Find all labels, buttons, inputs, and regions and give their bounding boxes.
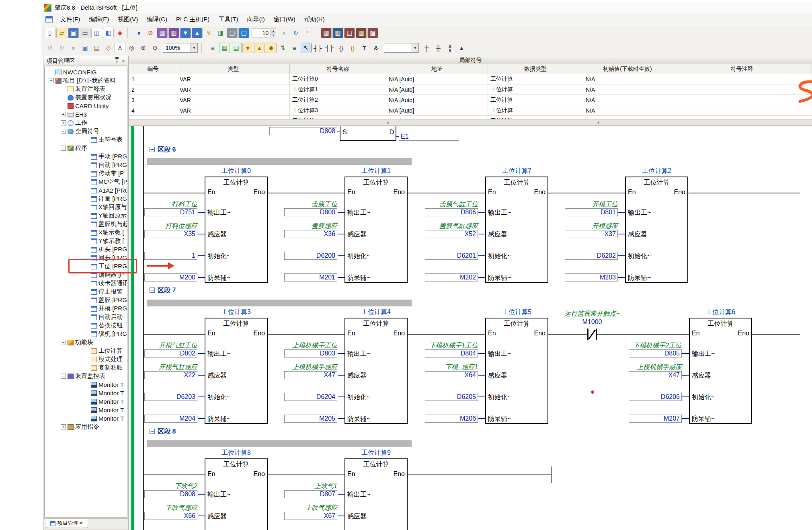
operand-box[interactable]: X35 <box>144 230 197 238</box>
tree-item-35[interactable]: 复制粘贴 <box>45 364 127 372</box>
menu-item-2[interactable]: 视图(V) <box>113 14 142 25</box>
expand-toggle-icon[interactable]: − <box>49 78 54 83</box>
contact-operand[interactable]: M1000 <box>564 318 620 326</box>
block-instance-name[interactable]: 工位计算7 <box>469 167 564 175</box>
window-layout-1-icon[interactable]: ◫ <box>91 28 102 38</box>
tree-item-17[interactable]: Y轴回原示 <box>45 212 127 220</box>
operand-box[interactable]: D802 <box>144 349 197 357</box>
online-monitor-icon[interactable]: ↯ <box>203 28 214 38</box>
list-order-icon[interactable]: ≡ <box>289 43 300 53</box>
section-collapse-toggle[interactable]: − <box>150 429 155 434</box>
tree-item-38[interactable]: Monitor T <box>45 389 127 397</box>
chevron-down-icon[interactable]: ▼ <box>412 43 418 52</box>
download-program-icon[interactable]: ▼ <box>180 28 191 38</box>
tree-item-34[interactable]: 模式处理 <box>45 355 127 364</box>
tree-item-2[interactable]: 装置注释表 <box>45 85 127 93</box>
export-1-icon[interactable]: ▼ <box>242 43 253 53</box>
tree-item-32[interactable]: −功能块 <box>45 338 127 347</box>
operand-box[interactable]: D6205 <box>425 393 478 401</box>
operand-box[interactable]: M204 <box>144 415 197 423</box>
ladder-view-icon[interactable]: ≡ <box>207 43 218 53</box>
format-brush-icon[interactable]: ◆ <box>115 28 125 38</box>
operand-box[interactable]: D807 <box>284 490 337 498</box>
section-comment-bar[interactable] <box>147 300 412 306</box>
operand-box[interactable]: X37 <box>565 230 618 238</box>
zoom-out-icon[interactable]: ⊖ <box>150 43 160 53</box>
expand-toggle-icon[interactable]: + <box>61 112 66 117</box>
block-instance-name[interactable]: 工位计算3 <box>189 308 284 316</box>
table-scrollbar[interactable]: ▲ ▲ <box>129 119 812 126</box>
expand-toggle-icon[interactable]: − <box>61 129 66 134</box>
operand-box[interactable]: E1 <box>399 133 459 141</box>
check-wand-icon[interactable]: * <box>302 28 313 38</box>
tree-item-39[interactable]: Monitor T <box>45 397 127 406</box>
expand-toggle-icon[interactable]: + <box>61 120 66 125</box>
operand-box[interactable]: D6201 <box>425 252 478 260</box>
menu-item-4[interactable]: PLC 主机(P) <box>172 14 214 25</box>
new-file-icon[interactable]: ▯ <box>45 28 55 38</box>
window-layout-2-icon[interactable]: ◧ <box>103 28 114 38</box>
section-collapse-toggle[interactable]: − <box>150 288 155 293</box>
operand-box[interactable]: X47 <box>284 371 337 379</box>
paste-icon[interactable]: ▤ <box>91 43 102 53</box>
operand-box[interactable]: D805 <box>629 349 682 357</box>
device-monitor-icon[interactable]: ◨ <box>215 28 226 38</box>
undo-icon[interactable]: ↺ <box>45 43 55 53</box>
block-instance-name[interactable]: 工位计算2 <box>609 167 704 175</box>
block-instance-name[interactable]: 工位计算1 <box>328 167 424 175</box>
export-2-icon[interactable]: ▲ <box>254 43 265 53</box>
ladder-editor[interactable]: D808SDE1−区段 6工位计算EnEno工位计算0输出工~D751打料工位感… <box>129 126 812 530</box>
tree-item-18[interactable]: 盖膜机与起 <box>45 220 127 228</box>
operand-box[interactable]: D6204 <box>284 393 337 401</box>
delete-icon[interactable]: ◇ <box>103 43 114 53</box>
tree-item-16[interactable]: X轴回原与 <box>45 203 127 212</box>
operand-box[interactable]: X36 <box>284 230 337 238</box>
table-view-4-icon[interactable]: ▦ <box>356 28 367 38</box>
tree-item-26[interactable]: 停止报警 <box>45 288 127 296</box>
block-tool-icon[interactable]: {} <box>347 43 358 53</box>
operand-box[interactable]: 1 <box>144 252 197 260</box>
operand-box[interactable]: M200 <box>144 273 197 281</box>
tree-item-27[interactable]: 盖膜 [PRG <box>45 296 127 304</box>
menu-item-6[interactable]: 向导(I) <box>242 14 269 25</box>
plc-transfer-1-icon[interactable]: ▦ <box>157 28 168 38</box>
operand-box[interactable]: X66 <box>144 512 197 520</box>
column-header[interactable]: 地址 <box>386 64 488 74</box>
find-replace-icon[interactable]: ◎ <box>126 43 137 53</box>
tree-item-21[interactable]: 机头 [PRG <box>45 245 127 254</box>
tree-item-29[interactable]: 自动启动 <box>45 313 127 321</box>
tree-item-28[interactable]: 开模 [PRG <box>45 304 127 313</box>
tree-item-4[interactable]: CARD Utility <box>45 102 127 110</box>
add-network-icon[interactable]: ╬ <box>445 43 455 53</box>
operand-box[interactable]: D6206 <box>629 393 682 401</box>
and-tool-icon[interactable]: & <box>371 43 381 53</box>
simulator-stop-icon[interactable]: ⊘ <box>145 28 156 38</box>
tree-item-10[interactable]: 手动 [PRG <box>45 152 127 161</box>
redo-icon[interactable]: ↻ <box>56 43 67 53</box>
tree-item-5[interactable]: +EH3 <box>45 110 127 119</box>
operand-box[interactable]: D804 <box>425 349 478 357</box>
panel-tab-project[interactable]: 项目管理区 <box>46 519 88 528</box>
symbol-row[interactable]: 3VAR工位计算2N/A [Auto]工位计算N/A <box>129 95 812 105</box>
goto-top-icon[interactable]: ▲ <box>456 43 467 53</box>
tree-item-0[interactable]: NWCONFIG <box>45 68 127 76</box>
operand-box[interactable]: D751 <box>144 208 197 216</box>
operand-box[interactable]: D6202 <box>565 252 618 260</box>
parallel-contact-tool-icon[interactable]: ╡╞ <box>324 43 335 53</box>
row-count-input[interactable]: 10 <box>252 29 270 37</box>
menu-item-1[interactable]: 编辑(E) <box>84 14 113 25</box>
monitor-table-2-icon[interactable]: ▢ <box>238 28 249 38</box>
tree-item-14[interactable]: A1A2 [PRG <box>45 186 127 195</box>
symbol-row[interactable]: 5VAR工位计算4N/A [Auto]工位计算N/A <box>129 116 812 119</box>
contact-tool-icon[interactable]: ┤├ <box>312 43 323 53</box>
expand-toggle-icon[interactable]: − <box>61 146 66 151</box>
symbol-row[interactable]: 4VAR工位计算3N/A [Auto]工位计算N/A <box>129 105 812 116</box>
tree-item-3[interactable]: 装置使用状况 <box>45 93 127 102</box>
tree-item-20[interactable]: Y轴示教 [ <box>45 237 127 245</box>
smart-edit-view-icon[interactable]: ▤ <box>231 43 242 53</box>
menu-item-0[interactable]: 文件(F) <box>56 14 84 25</box>
menu-item-5[interactable]: 工具(T) <box>214 14 242 25</box>
tree-item-7[interactable]: −全局符号 <box>45 127 127 136</box>
tree-item-15[interactable]: 计量 [PRG <box>45 195 127 203</box>
table-view-3-icon[interactable]: ▤ <box>344 28 355 38</box>
